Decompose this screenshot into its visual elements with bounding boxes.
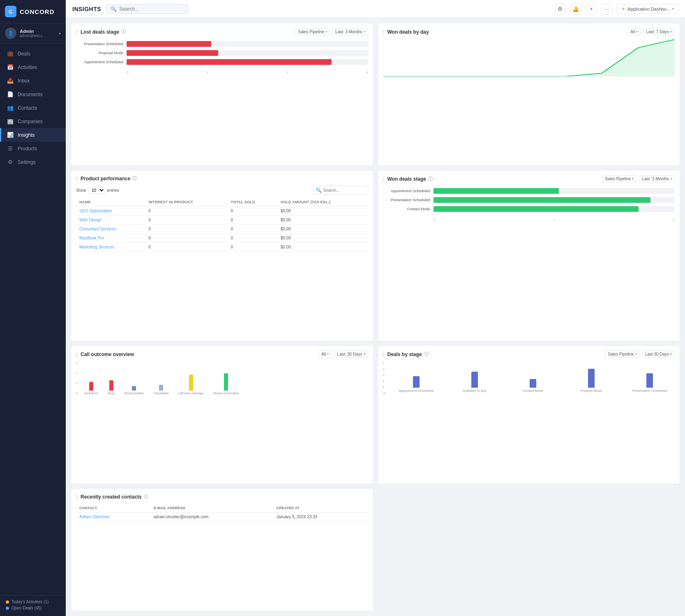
call-y-axis: 6420	[76, 362, 78, 395]
call-filter1[interactable]: All ▾	[318, 351, 332, 358]
today-activities[interactable]: Today's Activities (1)	[6, 600, 60, 604]
search-box[interactable]: 🔍	[106, 4, 188, 14]
sidebar-item-label: Settings	[18, 159, 35, 165]
col-contact: CONTACT	[76, 504, 150, 513]
bar-fill	[127, 41, 211, 47]
sidebar-item-inbox[interactable]: 📥 Inbox	[0, 74, 66, 87]
table-search-icon: 🔍	[316, 187, 322, 193]
bar-row: Appointment Scheduled	[76, 59, 368, 65]
open-deals[interactable]: Open Deals (45)	[6, 606, 60, 610]
deals-by-stage-title: : Deals by stage ⓘ	[383, 351, 429, 357]
bar-row: Appointment Scheduled	[383, 188, 675, 194]
sidebar-item-contacts[interactable]: 👥 Contacts	[0, 101, 66, 115]
activities-icon: 📅	[7, 64, 14, 70]
sidebar-item-documents[interactable]: 📄 Documents	[0, 87, 66, 101]
bar-v-group: Qualified To Buy	[450, 372, 500, 393]
bar-v-group: Propose Mode	[566, 369, 616, 393]
recently-created-contacts-card: : Recently created contacts ⓘ CONTACT E-…	[71, 488, 374, 611]
bar-label: Presentation Scheduled	[76, 42, 123, 46]
sidebar-item-insights[interactable]: 📊 Insights	[0, 128, 66, 142]
table-search-box[interactable]: 🔍	[312, 186, 368, 195]
table-row: Adrien Gleichner adrain.steuber@example.…	[76, 513, 368, 522]
lost-deals-header: : Lost deals stage ⓘ Sales Pipeline ▾ La…	[76, 28, 368, 35]
call-bar-group: No Answer	[84, 382, 98, 395]
deals-by-stage-controls: Sales Pipeline ▾ Last 30 Days ▾	[605, 351, 675, 358]
notification-btn[interactable]: 🔔	[570, 3, 581, 15]
time-filter-dropdown[interactable]: Last: 3 Months ▾	[332, 28, 368, 35]
bar-fill	[434, 188, 559, 194]
user-chevron-icon: ▾	[59, 31, 61, 36]
sidebar-item-label: Documents	[18, 92, 43, 97]
product-total: 0	[228, 207, 277, 216]
show-select[interactable]: 10 25 50	[88, 187, 105, 194]
stage-filter2[interactable]: Last 30 Days ▾	[642, 351, 675, 358]
product-name[interactable]: SEO Optimization	[76, 207, 145, 216]
logo-icon: C	[5, 6, 16, 17]
won-deals-stage-header: : Won deals stage ⓘ Sales Pipeline ▾ Las…	[383, 175, 675, 182]
blue-dot	[6, 607, 9, 610]
search-input[interactable]	[119, 6, 184, 12]
settings-icon: ⚙	[7, 159, 14, 165]
sidebar-item-deals[interactable]: 💼 Deals	[0, 47, 66, 60]
table-row: Marketing Services 0 0 $0.00	[76, 243, 368, 252]
won-deals-day-header: : Won deals by day All ▾ Last: 7 Days ▾	[383, 28, 675, 35]
user-email: admin@test.c...	[20, 34, 55, 38]
won-stage-filter1[interactable]: Sales Pipeline ▾	[602, 175, 637, 182]
sidebar-item-settings[interactable]: ⚙ Settings	[0, 155, 66, 169]
won-day-filter1[interactable]: All ▾	[627, 28, 641, 35]
won-day-filter2[interactable]: Last: 7 Days ▾	[643, 28, 675, 35]
call-bar-group: Left voice message	[178, 375, 203, 395]
page-title: INSIGHTS	[72, 6, 101, 12]
deals-vertical-bars: Appointment Scheduled Qualified To Buy C…	[391, 362, 675, 395]
contacts-title: : Recently created contacts ⓘ	[76, 494, 148, 500]
stage-filter1[interactable]: Sales Pipeline ▾	[605, 351, 639, 358]
col-interest: INTEREST IN PRODUCT	[145, 198, 227, 207]
sales-pipeline-dropdown[interactable]: Sales Pipeline ▾	[295, 28, 330, 35]
deals-by-stage-chart: 1086420 Appointment Scheduled Qualified …	[383, 362, 675, 395]
bar-label: Appointment Scheduled	[383, 189, 430, 193]
won-stage-filter2[interactable]: Last: 3 Months ▾	[639, 175, 675, 182]
chevron-down-icon: ▾	[364, 30, 365, 34]
app-dashboard-btn[interactable]: ★ Application Dashbo... ▾	[617, 4, 678, 14]
chevron-down-icon: ▾	[635, 352, 637, 356]
won-deals-stage-title: : Won deals stage ⓘ	[383, 176, 433, 182]
info-icon: ⓘ	[121, 29, 126, 35]
contact-name[interactable]: Adrien Gleichner	[76, 513, 150, 522]
sidebar-item-activities[interactable]: 📅 Activities	[0, 60, 66, 74]
user-info[interactable]: 👤 Admin admin@test.c... ▾	[0, 23, 66, 44]
product-name[interactable]: Consultant Services	[76, 225, 145, 234]
sidebar-item-label: Inbox	[18, 78, 30, 84]
sidebar-item-label: Activities	[18, 64, 37, 70]
lost-deals-axis: 0 1 2 3	[76, 70, 368, 74]
table-row: Consultant Services 0 0 $0.00	[76, 225, 368, 234]
bar-v-label: Propose Mode	[581, 389, 602, 393]
chevron-down-icon: ▾	[670, 177, 672, 181]
add-btn[interactable]: +	[586, 3, 597, 15]
chevron-down-icon: ▾	[325, 30, 327, 34]
bar-label: Proposal Mode	[76, 51, 123, 55]
call-bar-label: Unavailable	[154, 392, 169, 395]
col-email: E-MAIL ADDRESS	[150, 504, 273, 513]
app-chevron-icon: ▾	[672, 7, 674, 11]
table-row: SEO Optimization 0 0 $0.00	[76, 207, 368, 216]
settings-action-btn[interactable]: ⚙	[554, 3, 566, 15]
sidebar-item-companies[interactable]: 🏢 Companies	[0, 115, 66, 128]
product-name[interactable]: Marketing Services	[76, 243, 145, 252]
bar-v	[471, 372, 478, 388]
bar-v-group: Presentation Scheduled	[625, 373, 675, 393]
more-btn[interactable]: ···	[601, 3, 613, 15]
call-filter2[interactable]: Last: 30 Days ▾	[334, 351, 368, 358]
table-search-input[interactable]	[323, 188, 364, 193]
product-name[interactable]: MacBook Pro	[76, 234, 145, 243]
call-bar-label: Left voice message	[178, 392, 203, 395]
won-deals-stage-axis: 0 1 2	[383, 217, 675, 221]
bar-track	[127, 59, 368, 65]
product-name[interactable]: Web Design	[76, 216, 145, 225]
product-total: 0	[228, 216, 277, 225]
bar-fill	[434, 197, 651, 203]
sidebar-item-products[interactable]: ☰ Products	[0, 142, 66, 155]
product-interest: 0	[145, 216, 227, 225]
bar-label: Appointment Scheduled	[76, 60, 123, 64]
call-bar	[132, 386, 136, 391]
product-performance-title: : Product performance ⓘ	[76, 175, 137, 182]
